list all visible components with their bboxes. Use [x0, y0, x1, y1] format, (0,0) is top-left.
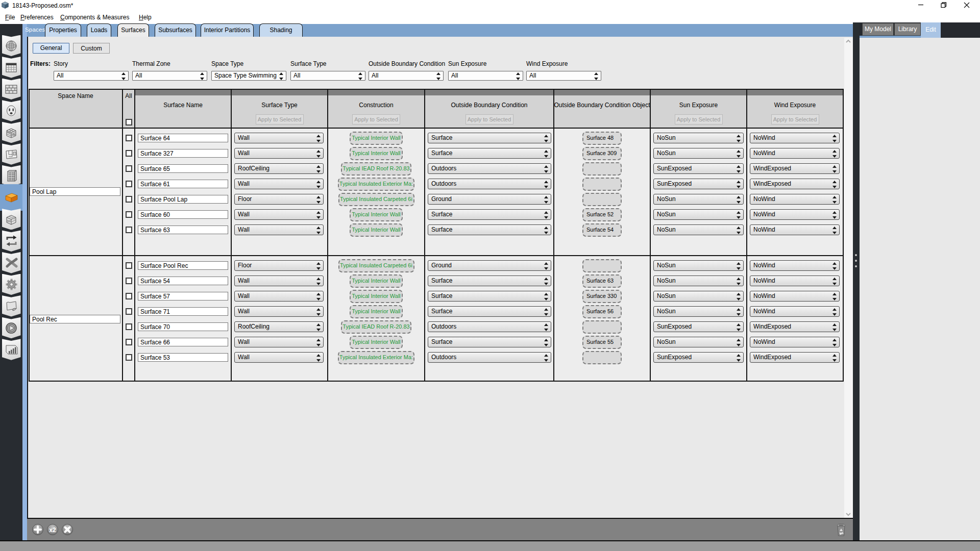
svg-text:x2: x2	[49, 527, 56, 534]
